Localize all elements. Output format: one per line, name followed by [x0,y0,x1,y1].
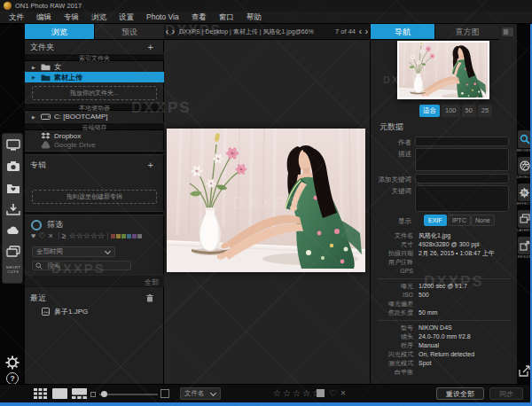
search-input[interactable] [45,261,124,270]
color-label-blue[interactable] [127,234,131,238]
show-none-button[interactable]: None [471,215,495,226]
reset-all-button[interactable]: 重设全部 [436,387,484,400]
color-label-button[interactable] [317,389,325,397]
star-filter[interactable]: ☆ [83,230,90,241]
unmarked-filter[interactable]: ♡ [38,230,45,241]
recent-file-row[interactable]: 鼻子1.JPG [25,307,164,316]
reject-filter[interactable]: × [48,230,52,241]
rating-stars: ☆☆☆☆☆ [273,387,322,400]
photo-view-button[interactable] [52,388,67,399]
left-panel-tabs: 浏览 预设 [25,24,164,40]
filmstrip-view-button[interactable] [72,388,87,399]
tab-histogram[interactable]: 直方图 [434,24,499,40]
add-folder-button[interactable]: + [148,42,153,52]
trash-icon[interactable] [146,294,153,302]
cloud-row-gdrive[interactable]: Google Drive [25,141,164,149]
prev-arrow[interactable]: ‹ [357,24,364,40]
menu-album[interactable]: 专辑 [58,12,85,23]
add-album-button[interactable]: + [148,160,153,170]
cloud-icon[interactable] [6,224,20,237]
folder-drop-zone[interactable]: 拖放你的文件夹... [32,86,157,100]
next-arrow[interactable]: › [364,24,370,40]
show-exif-button[interactable]: EXIF [424,215,447,226]
photos-stack-icon[interactable] [6,246,20,258]
divider [25,151,164,155]
exif-row: 文件名风格化1.jpg [371,231,518,240]
star-filter[interactable]: ☆ [90,230,98,241]
camera-icon[interactable] [6,160,20,173]
tab-browse[interactable]: 浏览 [25,24,94,40]
star-icon[interactable]: ☆ [283,388,293,398]
greater-equal[interactable]: ≥ [62,230,66,241]
color-label-green[interactable] [121,234,126,238]
folder-row[interactable]: ▶ 女 [25,62,164,72]
reject-button[interactable]: × [340,387,346,400]
menu-edit[interactable]: 编辑 [30,12,58,23]
navigator-preview[interactable] [397,41,489,99]
import-icon[interactable] [6,203,20,215]
star-filter[interactable]: ☆ [76,230,83,241]
star-icon[interactable]: ☆ [302,388,312,398]
menu-view[interactable]: 查看 [185,12,213,23]
sort-by-select[interactable]: 文件名 [180,387,221,400]
zoom-25-button[interactable]: 25 [478,105,492,117]
menu-photo-via[interactable]: Photo Via [140,12,185,23]
albums-header: 专辑 + [30,160,159,170]
color-label-purple[interactable] [132,234,137,238]
like-button[interactable]: ♡ [329,387,337,400]
menu-window[interactable]: 窗口 [213,12,240,23]
expand-triangle-icon[interactable]: ▶ [32,74,38,80]
menu-browse[interactable]: 浏览 [85,12,113,23]
gear-icon[interactable] [5,355,20,370]
star-icon[interactable]: ☆ [273,388,283,398]
search-box[interactable] [32,261,131,270]
computer-icon[interactable] [6,139,20,152]
like-filter[interactable]: ♥ [31,230,35,241]
star-icon[interactable]: ☆ [293,388,302,398]
next-photo-button[interactable]: › [170,24,176,40]
all-scope-label[interactable]: 全部 [145,277,159,287]
keywords-field[interactable] [415,185,509,212]
sync-button[interactable]: 同步 [489,387,523,400]
zoom-100-button[interactable]: 100 [442,105,460,117]
album-drop-zone[interactable]: 拖到这里创建新专辑 [32,190,157,204]
share-icon[interactable] [519,365,530,377]
menu-file[interactable]: 文件 [3,12,30,23]
thumb-size-slider-handle[interactable] [101,391,107,397]
develop-module-icon [520,160,530,171]
filter-toggle-icon[interactable] [31,220,42,230]
expand-triangle-icon[interactable]: ▶ [32,65,38,70]
main-photo[interactable] [167,129,365,272]
description-field[interactable] [415,148,509,171]
menu-help[interactable]: 帮助 [240,12,268,23]
time-range-select[interactable]: 全部时间 [32,246,115,257]
title-bar: ON1 Photo RAW 2017 [0,0,532,12]
drive-row[interactable]: ▶ C: [BOOTCAMP] [25,112,164,121]
show-iptc-button[interactable]: IPTC [448,215,471,226]
folder-row-selected[interactable]: ▶ 素材上传 [25,72,164,82]
breadcrumb[interactable]: DXXPS | Desktop | 素材上传 | 风格化1.jpg@66% [179,27,333,36]
star-filter[interactable]: ☆ [69,230,76,241]
tab-navigator[interactable]: 导航 [371,24,434,40]
author-field[interactable] [415,137,509,146]
color-label-gray[interactable] [137,234,142,238]
color-label-yellow[interactable] [116,234,121,238]
help-button[interactable]: ? [6,372,19,385]
thumb-size-slider[interactable] [99,394,158,395]
pictures-folder-icon[interactable] [6,182,20,194]
layers-module-icon [520,214,530,224]
menu-settings[interactable]: 设置 [113,12,140,23]
tab-presets[interactable]: 预设 [94,24,164,40]
google-drive-icon [41,141,51,149]
zoom-fit-button[interactable]: 适合 [419,105,440,117]
expand-triangle-icon[interactable]: ▶ [32,114,38,120]
panel-collapse-button[interactable] [502,27,513,36]
zoom-50-button[interactable]: 50 [462,105,476,117]
prev-photo-button[interactable]: ‹ [164,24,170,40]
cloud-row-dropbox[interactable]: Dropbox [25,131,164,140]
star-filter[interactable]: ☆ [98,230,105,241]
dropbox-icon [41,132,51,140]
add-keywords-field[interactable] [415,174,509,183]
grid-view-button[interactable] [34,388,47,399]
color-label-red[interactable] [111,234,115,238]
